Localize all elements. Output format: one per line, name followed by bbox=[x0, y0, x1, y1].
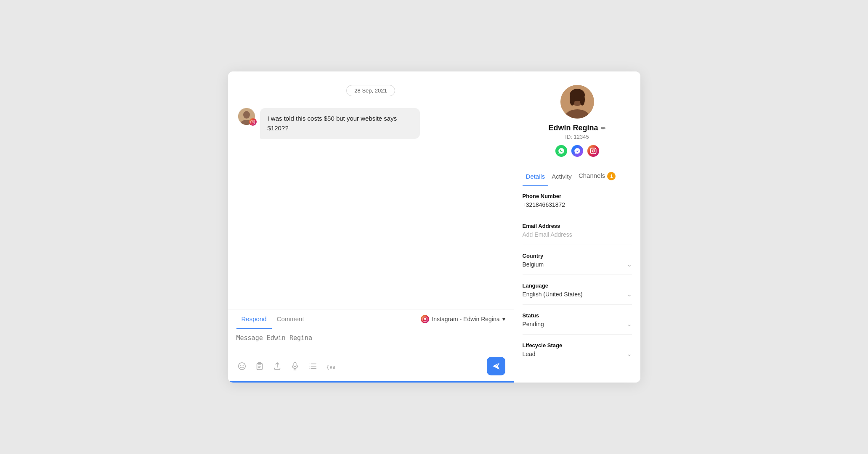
status-label: Status bbox=[523, 312, 632, 319]
clipboard-button[interactable] bbox=[254, 361, 265, 372]
message-row: I was told this costs $50 but your websi… bbox=[238, 108, 504, 139]
svg-point-8 bbox=[426, 318, 427, 318]
country-value: Belgium bbox=[523, 261, 544, 268]
tab-channels[interactable]: Channels1 bbox=[575, 167, 619, 186]
lifecycle-value: Lead bbox=[523, 351, 536, 357]
contact-id: ID: 12345 bbox=[565, 134, 589, 140]
chat-panel: 28 Sep, 2021 bbox=[228, 71, 514, 383]
instagram-channel-icon bbox=[421, 315, 429, 323]
email-label: Email Address bbox=[523, 223, 632, 229]
svg-point-4 bbox=[252, 121, 254, 123]
channels-badge: 1 bbox=[607, 172, 616, 180]
language-select[interactable]: English (United States) ⌄ bbox=[523, 291, 632, 298]
profile-tabs: Details Activity Channels1 bbox=[514, 167, 640, 186]
contact-header: Edwin Regina ✏ ID: 12345 bbox=[514, 71, 640, 167]
lifecycle-chevron-icon: ⌄ bbox=[627, 351, 632, 357]
contact-avatar-small bbox=[238, 108, 255, 125]
app-container: 28 Sep, 2021 bbox=[228, 71, 640, 383]
tab-respond[interactable]: Respond bbox=[236, 309, 272, 329]
tab-comment[interactable]: Comment bbox=[272, 309, 309, 329]
svg-point-1 bbox=[243, 111, 250, 119]
whatsapp-icon[interactable] bbox=[555, 145, 567, 157]
lifecycle-select[interactable]: Lead ⌄ bbox=[523, 351, 632, 357]
language-label: Language bbox=[523, 282, 632, 289]
toolbar-row: {var} bbox=[228, 354, 514, 381]
reply-tabs: Respond Comment Instagram - Edwin Regina… bbox=[228, 309, 514, 329]
phone-value: +321846631872 bbox=[523, 201, 632, 208]
message-bubble: I was told this costs $50 but your websi… bbox=[260, 108, 420, 139]
language-chevron-icon: ⌄ bbox=[627, 291, 632, 298]
contact-avatar-large bbox=[560, 85, 594, 119]
chat-bottom: Respond Comment Instagram - Edwin Regina… bbox=[228, 309, 514, 383]
status-value: Pending bbox=[523, 321, 544, 327]
svg-text:{var}: {var} bbox=[326, 364, 334, 370]
chat-messages: 28 Sep, 2021 bbox=[228, 71, 514, 309]
channel-icons bbox=[555, 145, 599, 157]
send-button[interactable] bbox=[487, 357, 505, 375]
lifecycle-field-group: Lifecycle Stage Lead ⌄ bbox=[523, 342, 632, 364]
right-panel: Edwin Regina ✏ ID: 12345 bbox=[514, 71, 640, 383]
svg-point-20 bbox=[570, 94, 575, 106]
svg-point-10 bbox=[240, 365, 241, 366]
phone-label: Phone Number bbox=[523, 193, 632, 199]
email-value[interactable]: Add Email Address bbox=[523, 231, 632, 238]
list-button[interactable] bbox=[307, 361, 318, 372]
svg-point-21 bbox=[580, 94, 585, 106]
channel-label: Instagram - Edwin Regina bbox=[432, 316, 499, 322]
country-field-group: Country Belgium ⌄ bbox=[523, 253, 632, 275]
country-chevron-icon: ⌄ bbox=[627, 261, 632, 268]
edit-name-icon[interactable]: ✏ bbox=[601, 125, 606, 132]
tab-activity[interactable]: Activity bbox=[548, 167, 575, 186]
country-select[interactable]: Belgium ⌄ bbox=[523, 261, 632, 268]
channel-chevron: ▾ bbox=[502, 316, 505, 322]
svg-rect-3 bbox=[251, 120, 255, 124]
language-value: English (United States) bbox=[523, 291, 583, 298]
instagram-icon[interactable] bbox=[587, 145, 599, 157]
svg-point-24 bbox=[594, 149, 595, 150]
details-section: Phone Number +321846631872 Email Address… bbox=[514, 186, 640, 383]
progress-bar bbox=[228, 381, 514, 383]
svg-rect-6 bbox=[423, 317, 427, 321]
svg-rect-14 bbox=[294, 362, 296, 367]
contact-name: Edwin Regina ✏ bbox=[548, 124, 605, 132]
lifecycle-label: Lifecycle Stage bbox=[523, 342, 632, 348]
variable-button[interactable]: {var} bbox=[325, 361, 336, 372]
svg-point-9 bbox=[238, 363, 245, 370]
messenger-icon[interactable] bbox=[571, 145, 583, 157]
message-input-area bbox=[228, 329, 514, 354]
emoji-button[interactable] bbox=[236, 361, 247, 372]
language-field-group: Language English (United States) ⌄ bbox=[523, 282, 632, 305]
upload-button[interactable] bbox=[272, 361, 283, 372]
svg-point-11 bbox=[242, 365, 243, 366]
message-input[interactable] bbox=[236, 334, 505, 349]
svg-point-5 bbox=[253, 121, 254, 121]
status-field-group: Status Pending ⌄ bbox=[523, 312, 632, 335]
tab-details[interactable]: Details bbox=[523, 167, 549, 186]
status-chevron-icon: ⌄ bbox=[627, 321, 632, 327]
channel-selector[interactable]: Instagram - Edwin Regina ▾ bbox=[421, 315, 505, 323]
status-select[interactable]: Pending ⌄ bbox=[523, 321, 632, 327]
email-field-group: Email Address Add Email Address bbox=[523, 223, 632, 245]
phone-field-group: Phone Number +321846631872 bbox=[523, 193, 632, 215]
instagram-badge-small bbox=[249, 118, 257, 126]
svg-rect-22 bbox=[590, 148, 596, 153]
date-badge: 28 Sep, 2021 bbox=[346, 85, 395, 96]
svg-point-7 bbox=[424, 318, 426, 320]
microphone-button[interactable] bbox=[289, 361, 300, 372]
country-label: Country bbox=[523, 253, 632, 259]
svg-point-23 bbox=[592, 150, 594, 152]
